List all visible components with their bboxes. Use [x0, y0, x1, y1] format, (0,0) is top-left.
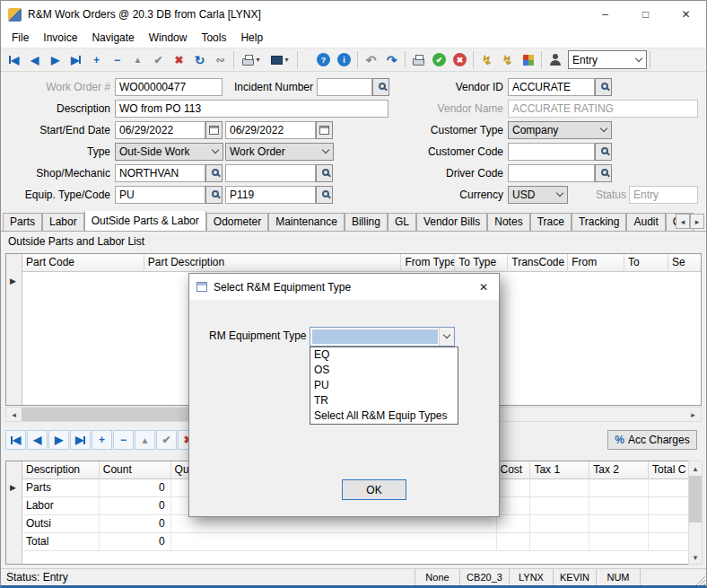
post-record-button[interactable]: ✔ — [148, 49, 169, 70]
incident-lookup-button[interactable] — [372, 78, 389, 96]
equip-type-lookup-button[interactable] — [205, 186, 223, 204]
column-header-cost[interactable]: Cost — [497, 461, 531, 479]
edit-record-button[interactable]: ▲ — [127, 49, 148, 70]
acc-charges-button[interactable]: % Acc Charges — [607, 430, 697, 450]
end-date-field[interactable]: 06/29/2022 — [225, 121, 316, 139]
tab-notes[interactable]: Notes — [487, 213, 529, 231]
print-invoice-button[interactable] — [408, 49, 429, 70]
vertical-scrollbar[interactable]: ▴ ▾ — [688, 461, 703, 565]
equipment-type-option[interactable]: OS — [310, 363, 458, 378]
vendor-id-field[interactable]: ACCURATE — [508, 78, 595, 96]
equip-code-field[interactable]: P119 — [225, 186, 316, 204]
menu-help[interactable]: Help — [233, 29, 270, 47]
last-record-button[interactable]: ▶ — [65, 49, 86, 70]
link-button[interactable]: ∾ — [210, 49, 231, 70]
column-header-to-type[interactable]: To Type — [455, 254, 508, 272]
tab-audit[interactable]: Audit — [626, 213, 665, 231]
grid-insert-button[interactable]: + — [92, 430, 112, 450]
scroll-down-button[interactable]: ▾ — [689, 550, 702, 564]
work-type-combobox[interactable]: Out-Side Work — [115, 143, 223, 161]
currency-combobox[interactable]: USD — [508, 186, 568, 204]
column-header-from[interactable]: From — [568, 254, 624, 272]
cancel-record-button[interactable]: ✖ — [169, 49, 189, 70]
order-type-combobox[interactable]: Work Order — [225, 143, 334, 161]
end-date-picker-button[interactable] — [316, 121, 333, 139]
menu-file[interactable]: File — [4, 29, 36, 47]
customer-lookup-button[interactable] — [595, 143, 612, 161]
tab-scroll-left-button[interactable]: ◂ — [676, 214, 690, 229]
menu-navigate[interactable]: Navigate — [84, 29, 141, 47]
column-header-description[interactable]: Description — [22, 461, 100, 479]
refresh-button[interactable]: ↻ — [189, 49, 210, 70]
tab-billing[interactable]: Billing — [345, 213, 388, 231]
dialog-close-button[interactable]: ✕ — [468, 274, 499, 300]
next-record-button[interactable]: ▶ — [45, 49, 65, 70]
resize-grip[interactable] — [694, 575, 705, 585]
column-header-to[interactable]: To — [624, 254, 668, 272]
tab-trace[interactable]: Trace — [530, 213, 572, 231]
tab-parts[interactable]: Parts — [3, 213, 42, 231]
customer-code-field[interactable] — [508, 143, 595, 161]
ok-button[interactable]: OK — [342, 479, 406, 500]
grid-delete-button[interactable]: − — [113, 430, 134, 450]
scroll-left-button[interactable]: ◂ — [6, 408, 22, 421]
scroll-up-button[interactable]: ▴ — [689, 461, 702, 475]
entry-mode-combobox[interactable]: Entry — [568, 50, 647, 69]
tab-scroll-right-button[interactable]: ▸ — [690, 214, 704, 229]
grid-edit-button[interactable]: ▲ — [135, 430, 155, 450]
menu-tools[interactable]: Tools — [194, 29, 233, 47]
scroll-right-button[interactable]: ▸ — [685, 408, 701, 421]
equipment-type-option[interactable]: EQ — [310, 347, 458, 363]
print-button[interactable]: ▾ — [237, 49, 266, 70]
mechanic-lookup-button[interactable] — [316, 164, 333, 182]
tab-outside-parts-labor[interactable]: OutSide Parts & Labor — [84, 211, 206, 231]
column-header-part-description[interactable]: Part Description — [144, 254, 402, 272]
grid-last-button[interactable]: ▶ — [70, 430, 91, 450]
shop-lookup-button[interactable] — [205, 164, 223, 182]
grid-next-button[interactable]: ▶ — [48, 430, 69, 450]
void-button[interactable]: ✖ — [450, 49, 470, 70]
equipment-type-combobox[interactable] — [310, 327, 455, 347]
driver-lookup-button[interactable] — [595, 164, 612, 182]
equip-code-lookup-button[interactable] — [316, 186, 333, 204]
info-button[interactable]: i — [334, 49, 354, 70]
delete-record-button[interactable]: − — [107, 49, 127, 70]
scrollbar-thumb[interactable] — [689, 476, 702, 522]
incident-number-field[interactable] — [317, 78, 372, 96]
tab-maintenance[interactable]: Maintenance — [268, 213, 345, 231]
insert-record-button[interactable]: + — [86, 49, 107, 70]
start-date-picker-button[interactable] — [205, 121, 223, 139]
shop-field[interactable]: NORTHVAN — [115, 164, 205, 182]
equip-type-field[interactable]: PU — [115, 186, 205, 204]
first-record-button[interactable]: ◀ — [4, 49, 24, 70]
mechanic-field[interactable] — [225, 164, 316, 182]
work-order-field[interactable]: WO00000477 — [115, 78, 223, 96]
grid-first-button[interactable]: ◀ — [5, 430, 26, 450]
forward-button[interactable]: ↷ — [381, 49, 402, 70]
equipment-type-option[interactable]: Select All R&M Equip Types — [310, 408, 458, 424]
equipment-type-option[interactable]: PU — [310, 378, 458, 393]
column-header-transcode[interactable]: TransCode — [508, 254, 568, 272]
start-date-field[interactable]: 06/29/2022 — [115, 121, 205, 139]
menu-window[interactable]: Window — [142, 29, 195, 47]
reports-button[interactable] — [518, 49, 538, 70]
equipment-type-option[interactable]: TR — [310, 393, 458, 408]
import-button[interactable]: ↯ — [476, 49, 497, 70]
approve-button[interactable]: ✔ — [429, 49, 450, 70]
close-button[interactable]: ✕ — [666, 1, 706, 28]
prior-record-button[interactable]: ◀ — [24, 49, 45, 70]
export-button[interactable]: ↯ — [497, 49, 518, 70]
description-field[interactable]: WO from PO 113 — [115, 100, 388, 118]
column-header-se[interactable]: Se — [668, 254, 701, 272]
maximize-button[interactable]: □ — [625, 1, 666, 28]
tab-tracking[interactable]: Tracking — [572, 213, 627, 231]
grid-post-button[interactable]: ✔ — [156, 430, 177, 450]
minimize-button[interactable]: – — [585, 1, 625, 28]
back-button[interactable]: ↶ — [361, 49, 381, 70]
table-row[interactable]: Outsi 0 — [22, 515, 688, 533]
screen-view-button[interactable]: ▾ — [266, 49, 294, 70]
tab-vendor-bills[interactable]: Vendor Bills — [416, 213, 487, 231]
column-header-tax1[interactable]: Tax 1 — [530, 461, 589, 479]
combobox-dropdown-button[interactable] — [439, 328, 454, 346]
table-row[interactable]: Total 0 — [22, 533, 688, 551]
